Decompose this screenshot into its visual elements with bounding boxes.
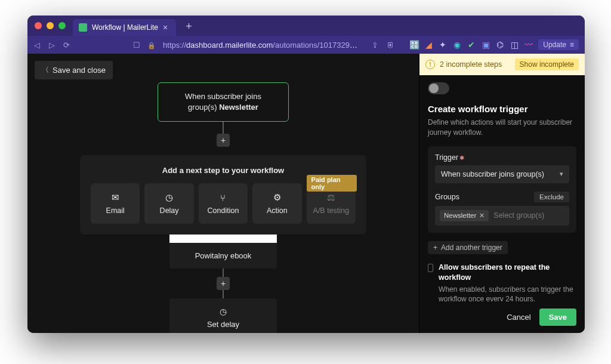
tab-title: Workflow | MailerLite xyxy=(92,23,158,32)
picker-email[interactable]: ✉ Email xyxy=(91,183,140,224)
add-step-button[interactable]: + xyxy=(217,277,230,290)
plus-icon: + xyxy=(433,243,437,252)
browser-window: Workflow | MailerLite × + ◁ ▷ ⟳ ☐ https:… xyxy=(27,16,585,333)
picker-delay[interactable]: ◷ Delay xyxy=(144,183,193,224)
ext-sidebar-icon[interactable]: ◫ xyxy=(510,40,519,50)
lock-icon xyxy=(147,41,156,50)
trigger-node[interactable]: When subscriber joins group(s) Newslette… xyxy=(158,82,289,122)
remove-chip-icon[interactable]: ✕ xyxy=(479,212,485,220)
picker-ab-testing[interactable]: Paid plan only ⚖ A/B testing xyxy=(307,183,356,224)
allow-repeat-title: Allow subscribers to repeat the workflow xyxy=(439,263,576,283)
gear-icon: ⚙ xyxy=(273,192,281,203)
ext-check-icon[interactable]: ✔ xyxy=(467,40,476,50)
ext-wave-icon[interactable]: 〰 xyxy=(524,40,533,50)
panel-description: Define which actions will start your sub… xyxy=(428,118,576,138)
show-incomplete-button[interactable]: Show incomplete xyxy=(515,58,579,70)
exclude-button[interactable]: Exclude xyxy=(534,192,569,202)
bookmark-icon[interactable]: ☐ xyxy=(132,41,140,50)
save-and-close-button[interactable]: 〈 Save and close xyxy=(35,61,113,79)
picker-condition[interactable]: ⑂ Condition xyxy=(199,183,248,224)
ext-translate-icon[interactable]: 🔠 xyxy=(409,40,419,50)
nav-reload-icon[interactable]: ⟳ xyxy=(63,41,71,50)
workflow-active-toggle-row xyxy=(419,75,585,99)
paid-plan-badge: Paid plan only xyxy=(307,175,357,192)
add-step-button[interactable]: + xyxy=(217,134,230,147)
panel-scroll[interactable]: Create workflow trigger Define which act… xyxy=(419,99,585,301)
side-panel: ! 2 incomplete steps Show incomplete Cre… xyxy=(419,54,585,333)
incomplete-warning-bar: ! 2 incomplete steps Show incomplete xyxy=(419,54,585,75)
extension-icons: 🔠 ◢ ✦ ◉ ✔ ▣ ⌬ ◫ 〰 Update ≡ xyxy=(409,39,579,50)
ext-video-icon[interactable]: ▣ xyxy=(481,40,490,50)
workflow-canvas[interactable]: 〈 Save and close When subscriber joins g… xyxy=(27,54,419,333)
ab-icon: ⚖ xyxy=(327,192,335,203)
ext-wand-icon[interactable]: ✦ xyxy=(438,40,448,50)
nav-forward-icon[interactable]: ▷ xyxy=(48,41,56,50)
ext-marker-icon[interactable]: ◢ xyxy=(424,40,433,50)
step-picker: Add a next step to your workflow ✉ Email… xyxy=(80,155,366,235)
browser-tab[interactable]: Workflow | MailerLite × xyxy=(73,19,176,36)
url-text[interactable]: https://dashboard.mailerlite.com/automat… xyxy=(163,41,359,50)
new-tab-button[interactable]: + xyxy=(186,21,192,32)
clock-icon: ◷ xyxy=(220,307,227,316)
menu-icon: ≡ xyxy=(570,41,574,49)
connector xyxy=(223,122,224,134)
groups-placeholder: Select group(s) xyxy=(493,211,544,220)
groups-input[interactable]: Newsletter ✕ Select group(s) xyxy=(435,206,569,226)
clock-icon: ◷ xyxy=(165,192,173,203)
cancel-button[interactable]: Cancel xyxy=(507,313,530,322)
warning-icon: ! xyxy=(425,60,435,69)
picker-title: Add a next step to your workflow xyxy=(91,166,356,175)
trigger-field-card: Trigger✱ When subscriber joins group(s) … xyxy=(428,146,576,233)
panel-title: Create workflow trigger xyxy=(428,104,576,114)
branch-icon: ⑂ xyxy=(220,193,226,203)
email-icon: ✉ xyxy=(112,192,119,203)
chevron-left-icon: 〈 xyxy=(42,65,49,75)
add-another-trigger-button[interactable]: + Add another trigger xyxy=(428,241,508,254)
step-ebook[interactable]: Powitalny ebook xyxy=(169,243,277,269)
required-star: ✱ xyxy=(459,155,464,161)
allow-repeat-checkbox[interactable] xyxy=(428,264,433,272)
ext-teal-icon[interactable]: ◉ xyxy=(452,40,462,50)
tab-favicon xyxy=(79,23,87,32)
connector xyxy=(223,269,224,277)
panel-footer: Cancel Save xyxy=(419,301,585,333)
trigger-label: Trigger✱ xyxy=(435,153,569,162)
allow-repeat-row: Allow subscribers to repeat the workflow… xyxy=(428,263,576,301)
window-minimize-button[interactable] xyxy=(47,22,54,29)
group-chip-newsletter[interactable]: Newsletter ✕ xyxy=(440,210,489,221)
groups-label: Groups xyxy=(435,193,459,201)
toggle-knob xyxy=(429,84,439,93)
workflow-active-toggle[interactable] xyxy=(428,82,449,94)
update-button[interactable]: Update ≡ xyxy=(538,39,579,50)
ext-puzzle-icon[interactable]: ⌬ xyxy=(495,40,505,50)
step-set-delay[interactable]: ◷ Set delay xyxy=(169,298,277,333)
allow-repeat-desc: When enabled, subscribers can trigger th… xyxy=(439,285,573,301)
share-icon[interactable]: ⇪ xyxy=(370,41,379,50)
url-bar: ◁ ▷ ⟳ ☐ https://dashboard.mailerlite.com… xyxy=(27,36,585,54)
window-maximize-button[interactable] xyxy=(58,22,66,29)
step-gap xyxy=(169,235,277,243)
shield-icon[interactable]: ⛨ xyxy=(385,41,395,50)
nav-back-icon[interactable]: ◁ xyxy=(33,41,41,50)
save-button[interactable]: Save xyxy=(539,309,576,326)
chevron-down-icon: ▾ xyxy=(560,170,563,178)
traffic-lights xyxy=(35,22,66,29)
tab-close-icon[interactable]: × xyxy=(163,23,168,32)
picker-action[interactable]: ⚙ Action xyxy=(252,183,301,224)
incomplete-count: 2 incomplete steps xyxy=(440,60,502,69)
window-close-button[interactable] xyxy=(35,22,42,29)
workflow-flow: When subscriber joins group(s) Newslette… xyxy=(27,82,419,333)
titlebar: Workflow | MailerLite × + xyxy=(27,16,585,36)
connector xyxy=(223,290,224,298)
trigger-select[interactable]: When subscriber joins group(s) ▾ xyxy=(435,165,569,183)
